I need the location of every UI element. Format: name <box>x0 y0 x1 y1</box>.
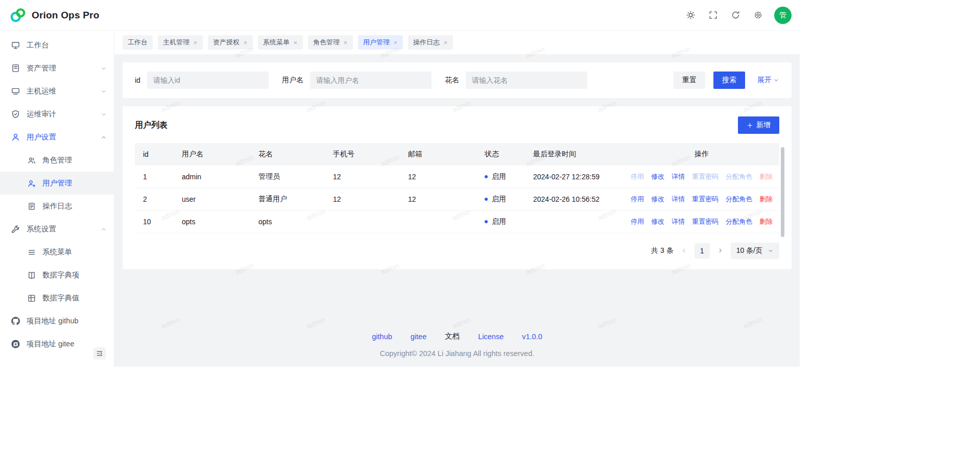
main-area: 工作台主机管理资产授权系统菜单角色管理用户管理操作日志 id用户名花名 重置 搜… <box>114 31 800 367</box>
status-cell: 启用 <box>479 166 527 188</box>
sidebar-item-ops-audit[interactable]: 运维审计 <box>0 103 114 126</box>
delete-link[interactable]: 删除 <box>759 195 773 203</box>
search-field-label: 花名 <box>445 76 459 85</box>
sidebar-item-label: 操作日志 <box>42 201 72 211</box>
email-cell: 12 <box>402 166 479 188</box>
fullscreen-icon <box>709 11 718 19</box>
tab-system-menu[interactable]: 系统菜单 <box>258 35 303 50</box>
edit-link[interactable]: 修改 <box>651 218 664 225</box>
pagination: 共 3 条 1 10 条/页 <box>135 243 779 259</box>
nickname-cell: opts <box>252 210 327 233</box>
close-tab-icon[interactable] <box>293 40 298 45</box>
edit-link[interactable]: 修改 <box>651 173 664 180</box>
status-dot-icon <box>485 175 488 178</box>
detail-link[interactable]: 详情 <box>672 173 685 180</box>
header-icon-group <box>682 7 766 23</box>
sidebar-item-role-management[interactable]: 角色管理 <box>0 149 114 172</box>
plus-icon <box>747 122 753 129</box>
sidebar-collapse-button[interactable] <box>93 347 106 360</box>
refresh-button[interactable] <box>727 7 744 23</box>
scrollbar-thumb[interactable] <box>781 147 784 237</box>
tab-label: 操作日志 <box>413 38 440 47</box>
tab-role-management[interactable]: 角色管理 <box>308 35 353 50</box>
disable-link[interactable]: 停用 <box>631 195 644 203</box>
disable-link[interactable]: 停用 <box>631 218 644 225</box>
sidebar-item-system-settings[interactable]: 系统设置 <box>0 218 114 241</box>
sidebar-item-system-menu[interactable]: 系统菜单 <box>0 241 114 264</box>
column-username: 用户名 <box>176 143 252 166</box>
tab-operation-log[interactable]: 操作日志 <box>408 35 453 50</box>
asset-icon <box>11 64 20 73</box>
assign-role-link: 分配角色 <box>726 173 752 180</box>
tab-label: 工作台 <box>128 38 148 47</box>
detail-link[interactable]: 详情 <box>672 195 685 203</box>
sidebar-item-github[interactable]: 项目地址 github <box>0 310 114 333</box>
expand-label: 展开 <box>757 76 772 85</box>
search-button[interactable]: 搜索 <box>713 72 745 89</box>
close-tab-icon[interactable] <box>393 40 398 45</box>
roles-icon <box>28 156 36 164</box>
id-cell: 2 <box>135 188 176 210</box>
detail-link[interactable]: 详情 <box>672 218 685 225</box>
nickname-input[interactable] <box>466 72 587 89</box>
add-user-button[interactable]: 新增 <box>738 116 779 134</box>
sidebar-item-label: 系统菜单 <box>42 247 72 257</box>
chevron-down-icon <box>773 77 779 83</box>
id-input[interactable] <box>147 72 269 89</box>
footer-link-docs[interactable]: 文档 <box>445 332 460 341</box>
assign-role-link[interactable]: 分配角色 <box>726 218 752 225</box>
sidebar-item-label: 资产管理 <box>27 63 94 73</box>
sidebar-item-label: 用户管理 <box>42 178 72 188</box>
tab-user-management[interactable]: 用户管理 <box>358 35 403 50</box>
assign-role-link[interactable]: 分配角色 <box>726 195 752 203</box>
reset-password-link[interactable]: 重置密码 <box>692 195 719 203</box>
next-page-button[interactable] <box>717 247 724 254</box>
tab-workbench[interactable]: 工作台 <box>123 35 153 50</box>
reset-password-link[interactable]: 重置密码 <box>692 218 719 225</box>
tab-label: 系统菜单 <box>263 38 290 47</box>
table-scrollbar[interactable] <box>781 147 784 237</box>
column-mobile: 手机号 <box>327 143 402 166</box>
sidebar-item-workbench[interactable]: 工作台 <box>0 34 114 57</box>
sidebar-item-label: 运维审计 <box>27 109 94 119</box>
sidebar-item-asset-management[interactable]: 资产管理 <box>0 57 114 80</box>
sidebar-item-user-settings[interactable]: 用户设置 <box>0 126 114 149</box>
theme-button[interactable] <box>682 7 699 23</box>
reset-button[interactable]: 重置 <box>674 72 705 89</box>
column-actions: 操作 <box>624 143 779 166</box>
close-tab-icon[interactable] <box>243 40 248 45</box>
settings-gear-button[interactable] <box>750 7 766 23</box>
footer-link-version[interactable]: v1.0.0 <box>522 333 542 341</box>
table-header-row: id用户名花名手机号邮箱状态最后登录时间操作 <box>135 143 779 166</box>
footer-link-github[interactable]: github <box>372 333 392 341</box>
tab-host-management[interactable]: 主机管理 <box>158 35 203 50</box>
prev-page-button[interactable] <box>681 247 687 254</box>
page-size-select[interactable]: 10 条/页 <box>731 243 779 259</box>
close-tab-icon[interactable] <box>443 40 448 45</box>
nickname-cell: 管理员 <box>252 166 327 188</box>
sidebar-item-operation-log[interactable]: 操作日志 <box>0 195 114 218</box>
mobile-cell: 12 <box>327 166 402 188</box>
username-input[interactable] <box>310 72 432 89</box>
sidebar-item-host-ops[interactable]: 主机运维 <box>0 80 114 103</box>
close-tab-icon[interactable] <box>193 40 198 45</box>
tab-asset-authorization[interactable]: 资产授权 <box>208 35 253 50</box>
nickname-cell: 普通用户 <box>252 188 327 210</box>
expand-toggle[interactable]: 展开 <box>757 76 779 85</box>
collapse-icon <box>96 350 103 357</box>
search-field-nickname: 花名 <box>445 72 587 89</box>
delete-link[interactable]: 删除 <box>759 218 773 225</box>
fullscreen-button[interactable] <box>705 7 721 23</box>
sidebar-item-user-management[interactable]: 用户管理 <box>0 172 114 195</box>
footer-link-license[interactable]: License <box>478 333 504 341</box>
sidebar-item-dict-item[interactable]: 数据字典项 <box>0 264 114 287</box>
edit-link[interactable]: 修改 <box>651 195 664 203</box>
user-avatar[interactable]: 管 <box>774 7 792 24</box>
footer-link-gitee[interactable]: gitee <box>411 333 426 341</box>
app-window: Orion Ops Pro 管 工作台资产管理主机运维运维审计用户设置角色管理用… <box>0 0 800 367</box>
user-icon <box>11 133 20 141</box>
close-tab-icon[interactable] <box>343 40 348 45</box>
page-number[interactable]: 1 <box>695 243 710 258</box>
sidebar-item-dict-value[interactable]: 数据字典值 <box>0 287 114 310</box>
content-area: id用户名花名 重置 搜索 展开 用户列表 新增 id用 <box>114 54 800 367</box>
